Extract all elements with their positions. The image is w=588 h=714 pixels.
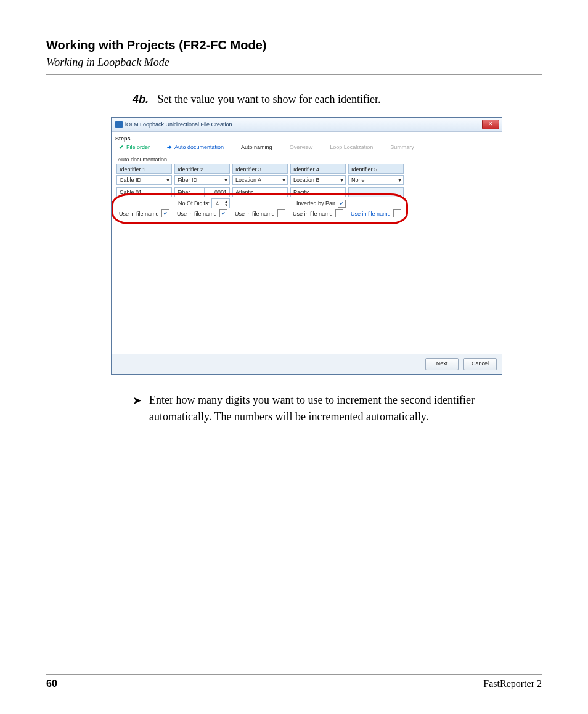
step-instruction: 4b. Set the value you want to show for e… [133,93,542,106]
step-summary: Summary [390,144,414,150]
page-number: 60 [46,678,57,689]
chevron-down-icon: ▼ [282,178,286,182]
input-id2-value[interactable]: Fiber 0001 [174,187,230,197]
step-label: Auto documentation [174,144,224,150]
use-checkbox-3[interactable] [277,209,285,217]
screenshot-dialog-wrap: iOLM Loopback Unidirectional File Creati… [111,117,502,375]
bullet-arrow-icon: ➤ [133,392,142,426]
use-label: Use in file name [119,211,159,217]
product-name: FastReporter 2 [483,678,542,689]
use-checkbox-5[interactable] [393,209,401,217]
step-loop-localization: Loop Localization [330,144,373,150]
step-number: 4b. [133,93,149,105]
header-id5: Identifier 5 [348,164,404,174]
inverted-by-pair-row: Inverted by Pair ✔ [232,198,346,208]
bullet-text: Enter how many digits you want to use to… [149,392,539,425]
next-button[interactable]: Next [425,358,459,370]
titlebar: iOLM Loopback Unidirectional File Creati… [112,118,502,132]
group-autodoc-label: Auto documentation [118,156,497,163]
combo-value: None [351,177,365,183]
use-in-file-3: Use in file name [232,209,288,217]
digits-value: 4 [212,200,223,206]
input-id5-value[interactable] [348,187,404,197]
cancel-button[interactable]: Cancel [463,358,497,370]
step-text: Set the value you want to show for each … [158,93,381,105]
identifier-grid: Identifier 1 Identifier 2 Identifier 3 I… [116,164,497,217]
inverted-checkbox[interactable]: ✔ [338,200,346,208]
step-auto-documentation[interactable]: ➔ Auto documentation [167,144,224,150]
use-checkbox-2[interactable]: ✔ [219,209,227,217]
header-id2: Identifier 2 [174,164,230,174]
chevron-down-icon: ▼ [166,178,170,182]
check-icon: ✔ [119,144,124,150]
combo-value: Location B [293,177,320,183]
input-id4-value[interactable]: Pacific [290,187,346,197]
use-in-file-2: Use in file name✔ [174,209,230,217]
close-button[interactable]: ✕ [482,120,499,129]
digits-spinner[interactable]: 4 ▲▼ [211,198,230,208]
combo-value: Cable ID [120,177,141,183]
page-footer: 60 FastReporter 2 [46,674,542,689]
input-id2-prefix[interactable]: Fiber [174,187,204,197]
use-label: Use in file name [351,211,391,217]
input-id2-number[interactable]: 0001 [204,187,230,197]
step-auto-naming[interactable]: Auto naming [241,144,272,150]
use-in-file-5: Use in file name [348,209,404,217]
dialog-body: Steps ✔ File order ➔ Auto documentation … [112,132,502,354]
app-icon [115,121,123,128]
combo-id5-type[interactable]: None▼ [348,175,404,185]
dialog-footer: Next Cancel [112,354,502,374]
use-in-file-4: Use in file name [290,209,346,217]
chevron-down-icon: ▼ [398,178,402,182]
header-id1: Identifier 1 [116,164,172,174]
input-id3-value[interactable]: Atlantic [232,187,288,197]
combo-id4-type[interactable]: Location B▼ [290,175,346,185]
steps-heading: Steps [115,136,497,142]
no-of-digits-row: No Of Digits: 4 ▲▼ [174,198,230,208]
dialog-title: iOLM Loopback Unidirectional File Creati… [125,121,232,128]
section-title: Working in Loopback Mode [46,56,542,69]
dialog-empty-area [116,217,497,350]
wizard-steps: ✔ File order ➔ Auto documentation Auto n… [116,144,497,150]
chevron-down-icon: ▼ [224,178,228,182]
combo-id1-type[interactable]: Cable ID▼ [116,175,172,185]
chevron-down-icon: ▼ [340,178,344,182]
use-checkbox-4[interactable] [335,209,343,217]
digits-label: No Of Digits: [178,200,210,206]
bullet-paragraph: ➤ Enter how many digits you want to use … [133,392,539,425]
use-label: Use in file name [293,211,333,217]
input-id1-value[interactable]: Cable 01 [116,187,172,197]
dialog: iOLM Loopback Unidirectional File Creati… [111,117,502,375]
use-label: Use in file name [177,211,217,217]
use-checkbox-1[interactable]: ✔ [161,209,169,217]
step-file-order[interactable]: ✔ File order [119,144,150,150]
step-label: File order [126,144,150,150]
header-divider [46,74,542,75]
use-in-file-1: Use in file name✔ [116,209,172,217]
arrow-right-icon: ➔ [167,144,172,150]
inverted-label: Inverted by Pair [296,200,335,206]
combo-value: Fiber ID [178,177,197,183]
combo-value: Location A [235,177,261,183]
step-overview: Overview [290,144,313,150]
header-id4: Identifier 4 [290,164,346,174]
combo-id2-type[interactable]: Fiber ID▼ [174,175,230,185]
use-label: Use in file name [235,211,275,217]
spinner-buttons[interactable]: ▲▼ [223,200,229,207]
header-id3: Identifier 3 [232,164,288,174]
combo-id3-type[interactable]: Location A▼ [232,175,288,185]
footer-divider [46,674,542,675]
spinner-down-icon[interactable]: ▼ [223,203,229,207]
chapter-title: Working with Projects (FR2-FC Mode) [46,38,542,52]
